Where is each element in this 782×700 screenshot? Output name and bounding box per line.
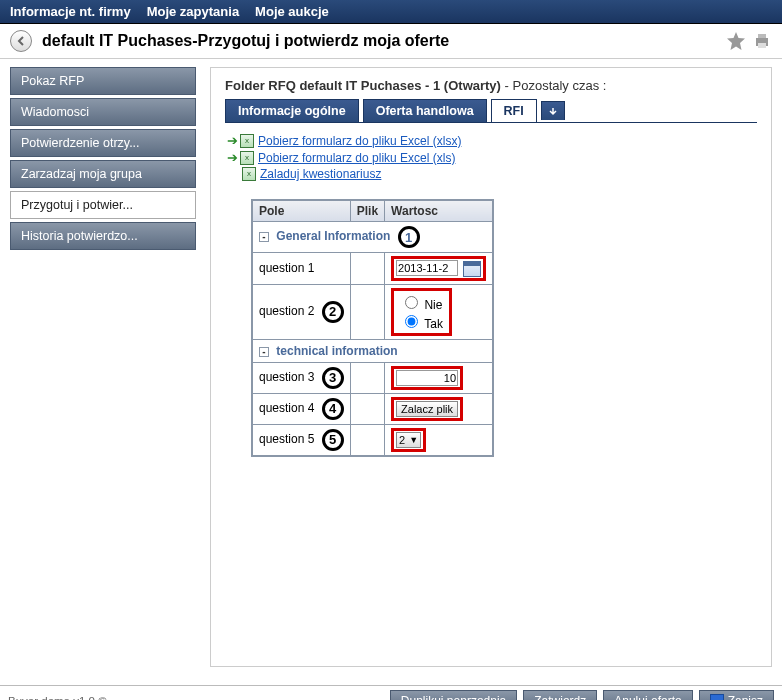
q5-select-value: 2: [399, 434, 405, 446]
save-icon: [710, 694, 724, 701]
col-wartosc: Wartosc: [385, 200, 494, 222]
upload-questionnaire-link[interactable]: x Zaladuj kwestionariusz: [227, 167, 757, 181]
upload-questionnaire-label: Zaladuj kwestionariusz: [260, 167, 381, 181]
title-bar: default IT Puchases-Przygotuj i potwierd…: [0, 24, 782, 59]
annotation-4: 4: [322, 398, 344, 420]
section-general-info: - General Information 1: [252, 222, 493, 253]
svg-rect-1: [758, 34, 766, 38]
back-button[interactable]: [10, 30, 32, 52]
q3-highlight: [391, 366, 463, 390]
folder-title: Folder RFQ default IT Puchases - 1 (Otwa…: [225, 78, 501, 93]
tab-commercial-offer[interactable]: Oferta handlowa: [363, 99, 487, 122]
tab-strip: Informacje ogólne Oferta handlowa RFI: [225, 99, 757, 123]
cancel-offer-button[interactable]: Anuluj oferte: [603, 690, 692, 701]
excel-icon: x: [240, 151, 254, 165]
arrow-right-icon: ➔: [227, 150, 238, 165]
sidebar: Pokaz RFP Wiadomosci Potwierdzenie otrzy…: [10, 67, 196, 253]
col-pole: Pole: [252, 200, 350, 222]
excel-icon: x: [240, 134, 254, 148]
download-links: ➔ x Pobierz formularz do pliku Excel (xl…: [227, 133, 757, 181]
annotation-3: 3: [322, 367, 344, 389]
q2-label: question 2 2: [252, 284, 350, 339]
attach-file-button[interactable]: Zalacz plik: [396, 401, 458, 417]
q4-highlight: Zalacz plik: [391, 397, 463, 421]
section-general-label: General Information: [276, 229, 390, 243]
star-icon[interactable]: [726, 31, 746, 51]
save-button-label: Zapisz: [728, 694, 763, 701]
collapse-icon[interactable]: -: [259, 347, 269, 357]
sidebar-item-show-rfp[interactable]: Pokaz RFP: [10, 67, 196, 95]
calendar-icon[interactable]: [463, 261, 481, 277]
q4-label: question 4 4: [252, 393, 350, 424]
chevron-down-icon: ▼: [409, 435, 418, 445]
q2-highlight: Nie Tak: [391, 288, 452, 336]
confirm-button[interactable]: Zatwierdz: [523, 690, 597, 701]
save-button[interactable]: Zapisz: [699, 690, 774, 701]
q3-number-input[interactable]: [396, 370, 458, 386]
q1-highlight: [391, 256, 486, 281]
q3-label: question 3 3: [252, 362, 350, 393]
arrow-left-icon: [15, 35, 27, 47]
content-area: Pokaz RFP Wiadomosci Potwierdzenie otrzy…: [0, 59, 782, 679]
print-icon[interactable]: [752, 31, 772, 51]
annotation-2: 2: [322, 301, 344, 323]
q1-label: question 1: [252, 253, 350, 285]
page-title: default IT Puchases-Przygotuj i potwierd…: [42, 32, 720, 50]
sidebar-item-history[interactable]: Historia potwierdzo...: [10, 222, 196, 250]
arrow-down-icon: [548, 106, 558, 116]
download-xls-link[interactable]: ➔ x Pobierz formularz do pliku Excel (xl…: [227, 150, 757, 165]
top-nav-bar: Informacje nt. firmy Moje zapytania Moje…: [0, 0, 782, 24]
section-technical-label: technical information: [276, 344, 397, 358]
footer-bar: Buyer demo v1.0 © Duplikuj poprzednia Za…: [0, 685, 782, 700]
duplicate-previous-button[interactable]: Duplikuj poprzednia: [390, 690, 517, 701]
sidebar-item-manage-group[interactable]: Zarzadzaj moja grupa: [10, 160, 196, 188]
main-panel: Folder RFQ default IT Puchases - 1 (Otwa…: [210, 67, 772, 667]
download-xlsx-link[interactable]: ➔ x Pobierz formularz do pliku Excel (xl…: [227, 133, 757, 148]
tab-more-arrow[interactable]: [541, 101, 565, 120]
folder-header: Folder RFQ default IT Puchases - 1 (Otwa…: [225, 78, 757, 93]
nav-company-info[interactable]: Informacje nt. firmy: [10, 4, 131, 19]
download-xlsx-label: Pobierz formularz do pliku Excel (xlsx): [258, 134, 461, 148]
annotation-5: 5: [322, 429, 344, 451]
sidebar-item-confirmation[interactable]: Potwierdzenie otrzy...: [10, 129, 196, 157]
q2-radio-no[interactable]: Nie: [400, 293, 443, 312]
section-technical-info: - technical information: [252, 339, 493, 362]
excel-icon: x: [242, 167, 256, 181]
nav-my-queries[interactable]: Moje zapytania: [147, 4, 239, 19]
sidebar-item-prepare-confirm[interactable]: Przygotuj i potwier...: [10, 191, 196, 219]
tab-rfi[interactable]: RFI: [491, 99, 537, 122]
sidebar-item-messages[interactable]: Wiadomosci: [10, 98, 196, 126]
col-plik: Plik: [350, 200, 384, 222]
folder-time-remaining: - Pozostaly czas :: [505, 78, 607, 93]
version-label: Buyer demo v1.0 ©: [8, 695, 107, 701]
q5-label: question 5 5: [252, 424, 350, 456]
questionnaire-table: Pole Plik Wartosc - General Information …: [251, 199, 494, 457]
tab-general-info[interactable]: Informacje ogólne: [225, 99, 359, 122]
q5-select[interactable]: 2 ▼: [396, 432, 421, 448]
nav-my-auctions[interactable]: Moje aukcje: [255, 4, 329, 19]
q2-radio-yes[interactable]: Tak: [400, 312, 443, 331]
svg-rect-2: [758, 43, 766, 48]
download-xls-label: Pobierz formularz do pliku Excel (xls): [258, 151, 455, 165]
arrow-right-icon: ➔: [227, 133, 238, 148]
q5-highlight: 2 ▼: [391, 428, 426, 452]
annotation-1: 1: [398, 226, 420, 248]
q1-date-input[interactable]: [396, 260, 458, 276]
collapse-icon[interactable]: -: [259, 232, 269, 242]
